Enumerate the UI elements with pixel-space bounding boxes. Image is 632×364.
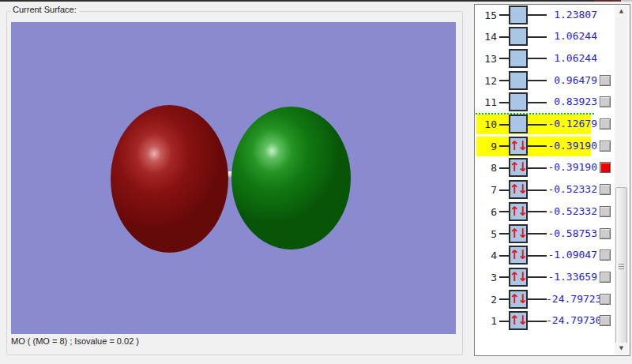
orbital-number: 9 <box>476 141 497 152</box>
orbital-row-8[interactable]: 8↑↓-0.39190 <box>475 157 614 178</box>
orbital-number: 4 <box>476 250 497 261</box>
orbital-row-4[interactable]: 4↑↓-1.09047 <box>475 245 614 266</box>
display-checkbox[interactable] <box>600 250 611 261</box>
orbital-energy-list: 151.23807141.06244131.06244120.96479110.… <box>474 4 630 356</box>
orbital-number: 3 <box>476 272 497 283</box>
empty-orbital-icon[interactable] <box>509 71 528 90</box>
orbital-energy-value: -24.79723 <box>546 293 597 305</box>
mo-viewer-window: Current Surface: MO ( (MO = 8) ; Isovalu… <box>0 0 632 364</box>
orbital-row-9[interactable]: 9↑↓-0.39190 <box>475 136 614 157</box>
energy-zero-separator <box>476 113 594 114</box>
window-top-edge-corner <box>621 0 632 2</box>
orbital-number: 11 <box>476 96 497 108</box>
empty-orbital-icon[interactable] <box>509 6 528 24</box>
orbital-energy-value: -24.79730 <box>546 314 597 326</box>
orbital-row-5[interactable]: 5↑↓-0.58753 <box>475 223 614 245</box>
orbital-energy-value: -1.33659 <box>546 271 597 283</box>
orbital-number: 7 <box>476 184 497 196</box>
orbital-row-12[interactable]: 120.96479 <box>475 70 614 92</box>
scrollbar-thumb[interactable] <box>615 187 627 347</box>
orbital-row-10[interactable]: 10-0.12679 <box>475 114 614 135</box>
mo-lobe-positive-icon <box>231 107 351 250</box>
display-checkbox[interactable] <box>600 294 611 305</box>
orbital-row-13[interactable]: 131.06244 <box>475 48 614 69</box>
orbital-row-14[interactable]: 141.06244 <box>475 26 614 47</box>
mo-3d-viewport[interactable] <box>11 22 456 334</box>
electron-pair-icon[interactable]: ↑↓ <box>509 311 528 330</box>
orbital-energy-value: -0.39190 <box>546 140 597 152</box>
orbital-number: 14 <box>476 31 497 43</box>
electron-pair-icon[interactable]: ↑↓ <box>509 268 528 287</box>
orbital-row-15[interactable]: 151.23807 <box>475 5 614 26</box>
current-surface-label: Current Surface: <box>10 5 79 14</box>
orbital-row-2[interactable]: 2↑↓-24.79723 <box>475 289 614 310</box>
window-top-edge <box>0 0 632 2</box>
orbital-number: 10 <box>476 118 497 130</box>
orbital-energy-value: -0.58753 <box>546 227 597 239</box>
orbital-energy-value: -0.52332 <box>546 205 597 217</box>
display-checkbox[interactable] <box>600 141 611 152</box>
empty-orbital-icon[interactable] <box>509 27 528 46</box>
vertical-scrollbar[interactable]: ▲ ▼ <box>615 6 628 355</box>
display-checkbox[interactable] <box>600 75 611 86</box>
empty-orbital-icon[interactable] <box>509 114 528 133</box>
orbital-energy-value: 1.06244 <box>546 52 597 64</box>
orbital-number: 12 <box>476 75 497 87</box>
orbital-energy-value: -0.52332 <box>546 183 597 195</box>
orbital-number: 2 <box>476 294 497 306</box>
display-checkbox[interactable] <box>600 272 611 283</box>
orbital-number: 13 <box>476 53 497 65</box>
electron-pair-icon[interactable]: ↑↓ <box>509 137 528 156</box>
scroll-down-icon[interactable]: ▼ <box>615 343 628 355</box>
orbital-energy-value: -0.12679 <box>546 118 597 129</box>
display-checkbox[interactable] <box>600 184 611 195</box>
scroll-up-icon[interactable]: ▲ <box>615 6 628 17</box>
orbital-energy-value: 1.06244 <box>546 30 597 42</box>
orbital-number: 6 <box>476 206 497 218</box>
empty-orbital-icon[interactable] <box>509 49 528 68</box>
orbital-energy-value: 1.23807 <box>546 9 597 21</box>
scrollbar-grip-icon <box>619 264 624 269</box>
electron-pair-icon[interactable]: ↑↓ <box>509 202 528 221</box>
orbital-row-3[interactable]: 3↑↓-1.33659 <box>475 267 614 288</box>
orbital-number: 8 <box>476 162 497 174</box>
electron-pair-icon[interactable]: ↑↓ <box>509 158 528 177</box>
orbital-energy-value: -0.39190 <box>546 161 597 173</box>
orbital-energy-value: 0.96479 <box>546 74 597 86</box>
surface-caption: MO ( (MO = 8) ; Isovalue = 0.02 ) <box>11 336 139 346</box>
orbital-row-11[interactable]: 110.83923 <box>475 92 614 113</box>
display-checkbox[interactable] <box>600 206 611 217</box>
orbital-energy-value: -1.09047 <box>546 249 597 261</box>
orbital-number: 1 <box>476 315 497 327</box>
orbital-row-1[interactable]: 1↑↓-24.79730 <box>475 310 614 332</box>
display-checkbox[interactable] <box>600 96 611 107</box>
display-checkbox[interactable] <box>600 228 611 239</box>
electron-pair-icon[interactable]: ↑↓ <box>509 180 528 199</box>
orbital-row-6[interactable]: 6↑↓-0.52332 <box>475 201 614 223</box>
orbital-number: 5 <box>476 228 497 240</box>
orbital-number: 15 <box>476 9 497 21</box>
mo-lobe-negative-icon <box>111 105 228 253</box>
orbital-row-7[interactable]: 7↑↓-0.52332 <box>475 179 614 201</box>
empty-orbital-icon[interactable] <box>509 92 528 111</box>
display-checkbox[interactable] <box>600 118 611 129</box>
electron-pair-icon[interactable]: ↑↓ <box>509 224 528 243</box>
electron-pair-icon[interactable]: ↑↓ <box>509 290 528 309</box>
orbital-energy-value: 0.83923 <box>546 96 597 107</box>
window-top-edge-accent <box>594 0 621 2</box>
electron-pair-icon[interactable]: ↑↓ <box>509 246 528 265</box>
display-checkbox[interactable] <box>600 315 611 326</box>
display-checkbox[interactable] <box>600 162 611 173</box>
